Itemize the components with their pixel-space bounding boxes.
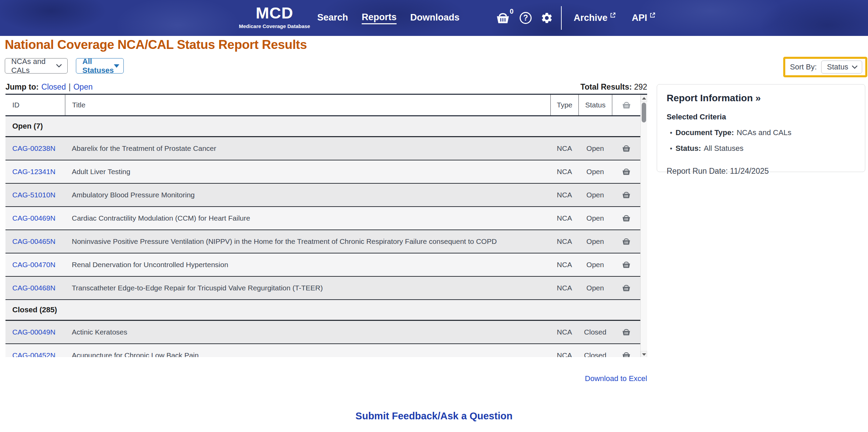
criteria-item: • Document Type: NCAs and CALs: [667, 128, 855, 137]
add-to-basket-icon[interactable]: [622, 328, 631, 336]
table-row: CAG-00470N Renal Denervation for Uncontr…: [5, 253, 640, 277]
jump-to-open-link[interactable]: Open: [74, 82, 93, 92]
selected-criteria-heading: Selected Criteria: [667, 113, 855, 121]
document-type-dropdown[interactable]: NCAs and CALs: [5, 58, 68, 74]
row-type: NCA: [550, 321, 578, 343]
row-type: NCA: [550, 207, 578, 230]
archive-label: Archive: [574, 13, 607, 23]
row-id-link[interactable]: CAG-00049N: [12, 328, 55, 336]
row-type: NCA: [550, 137, 578, 160]
row-title: Adult Liver Testing: [65, 160, 550, 183]
nav-reports[interactable]: Reports: [362, 12, 397, 24]
row-id-link[interactable]: CAG-12341N: [12, 168, 55, 176]
sort-by-highlighted-control: Sort By: Status: [783, 57, 867, 77]
add-to-basket-icon[interactable]: [622, 351, 631, 357]
external-link-icon: [610, 13, 616, 18]
table-header-row: ID Title Type Status: [5, 95, 640, 116]
bullet-icon: •: [667, 129, 676, 137]
results-table: ID Title Type Status Open (7) CAG-00238N…: [5, 94, 647, 357]
submit-feedback-link[interactable]: Submit Feedback/Ask a Question: [0, 410, 868, 422]
table-scrollbar[interactable]: [640, 95, 647, 357]
jump-to-label: Jump to:: [5, 82, 39, 92]
group-header-closed: Closed (285): [5, 300, 640, 321]
add-to-basket-icon[interactable]: [622, 237, 631, 246]
row-id-link[interactable]: CAG-00238N: [12, 144, 55, 153]
table-row: CAG-51010N Ambulatory Blood Pressure Mon…: [5, 184, 640, 207]
download-to-excel-link[interactable]: Download to Excel: [585, 374, 647, 383]
chevron-down-icon: [56, 64, 62, 68]
table-row: CAG-00469N Cardiac Contractility Modulat…: [5, 207, 640, 230]
criteria-value: NCAs and CALs: [737, 128, 791, 137]
chevron-down-icon: [852, 65, 858, 69]
column-header-type[interactable]: Type: [550, 95, 578, 115]
external-links: Archive API: [574, 0, 656, 36]
basket-count-badge: 0: [510, 8, 513, 15]
api-link[interactable]: API: [632, 13, 656, 23]
sort-by-label: Sort By:: [790, 63, 817, 71]
row-title: Actinic Keratoses: [65, 321, 550, 343]
table-row: CAG-12341N Adult Liver Testing NCA Open: [5, 160, 640, 184]
add-to-basket-icon[interactable]: [622, 144, 631, 153]
row-status: Open: [578, 207, 612, 230]
nav-icon-group: 0 ?: [495, 0, 553, 36]
add-to-basket-icon[interactable]: [622, 191, 631, 199]
add-to-basket-icon[interactable]: [622, 284, 631, 292]
total-results-label: Total Results:: [580, 82, 632, 91]
report-run-date: Report Run Date: 11/24/2025: [667, 167, 855, 176]
mcd-logo[interactable]: MCD Medicare Coverage Database: [239, 4, 310, 29]
page-title: National Coverage NCA/CAL Status Report …: [5, 38, 307, 52]
row-type: NCA: [550, 184, 578, 206]
basket-button[interactable]: 0: [495, 10, 511, 26]
top-navigation-bar: MCD Medicare Coverage Database Search Re…: [0, 0, 868, 36]
sort-by-value: Status: [827, 63, 848, 71]
primary-nav: Search Reports Downloads: [317, 0, 459, 36]
column-header-id[interactable]: ID: [5, 95, 65, 115]
row-title: Acupuncture for Chronic Low Back Pain: [65, 344, 550, 357]
row-status: Open: [578, 230, 612, 253]
row-status: Open: [578, 137, 612, 160]
row-type: NCA: [550, 253, 578, 276]
bullet-icon: •: [667, 145, 676, 153]
external-link-icon: [650, 13, 656, 18]
archive-link[interactable]: Archive: [574, 13, 616, 23]
add-to-basket-icon[interactable]: [622, 261, 631, 269]
nav-divider: [561, 6, 562, 30]
row-id-link[interactable]: CAG-51010N: [12, 191, 55, 199]
jump-separator: |: [69, 82, 71, 92]
sort-by-select[interactable]: Status: [821, 61, 862, 74]
status-filter-value: All Statuses: [82, 57, 114, 75]
row-status: Open: [578, 253, 612, 276]
total-results-value: 292: [634, 82, 647, 91]
mcd-report-results-page: MCD Medicare Coverage Database Search Re…: [0, 0, 868, 432]
row-status: Closed: [578, 321, 612, 343]
row-id-link[interactable]: CAG-00465N: [12, 237, 55, 246]
table-row: CAG-00238N Abarelix for the Treatment of…: [5, 137, 640, 160]
scrollbar-thumb[interactable]: [642, 103, 646, 122]
nav-downloads[interactable]: Downloads: [410, 12, 459, 24]
row-title: Ambulatory Blood Pressure Monitoring: [65, 184, 550, 206]
row-id-link[interactable]: CAG-00468N: [12, 284, 55, 292]
status-filter-dropdown[interactable]: All Statuses: [76, 58, 124, 74]
row-id-link[interactable]: CAG-00452N: [12, 351, 55, 357]
help-icon[interactable]: ?: [520, 12, 532, 24]
add-to-basket-icon[interactable]: [622, 214, 631, 222]
row-id-link[interactable]: CAG-00469N: [12, 214, 55, 222]
criteria-item: • Status: All Statuses: [667, 144, 855, 153]
column-header-status[interactable]: Status: [578, 95, 612, 115]
jump-to-closed-link[interactable]: Closed: [41, 82, 66, 92]
column-header-basket[interactable]: [612, 95, 640, 115]
row-title: Noninvasive Positive Pressure Ventilatio…: [65, 230, 550, 253]
row-type: NCA: [550, 344, 578, 357]
report-information-title[interactable]: Report Information »: [667, 93, 855, 104]
criteria-value: All Statuses: [704, 144, 744, 153]
total-results: Total Results: 292: [580, 82, 647, 92]
mcd-logo-subtitle: Medicare Coverage Database: [239, 23, 310, 29]
nav-search[interactable]: Search: [317, 12, 348, 24]
row-id-link[interactable]: CAG-00470N: [12, 261, 55, 269]
gear-icon[interactable]: [540, 12, 553, 24]
scrollbar-up-arrow[interactable]: [641, 95, 647, 102]
scrollbar-down-arrow[interactable]: [641, 351, 647, 357]
jump-to-row: Jump to: Closed | Open: [5, 82, 93, 92]
add-to-basket-icon[interactable]: [622, 168, 631, 176]
column-header-title[interactable]: Title: [65, 95, 550, 115]
